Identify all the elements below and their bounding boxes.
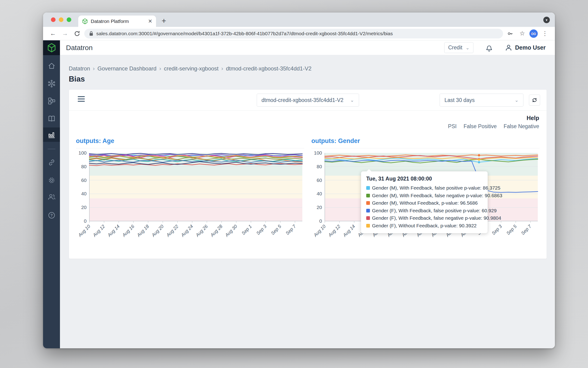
svg-text:Sep 5: Sep 5 — [270, 224, 282, 236]
forward-icon[interactable]: → — [60, 29, 70, 38]
help-link-false-positive[interactable]: False Positive — [464, 123, 497, 129]
model-network-icon — [48, 80, 56, 88]
main-content: Datatron › Governance Dashboard › credit… — [60, 55, 555, 348]
refresh-icon — [531, 97, 538, 103]
help-block: Help PSI False Positive False Negative — [69, 110, 547, 129]
sidebar-item-settings[interactable] — [43, 173, 60, 187]
workspace-select-value: Credit — [448, 45, 462, 51]
tooltip-rows: Gender (M), With Feedback, false positiv… — [366, 184, 483, 230]
profile-avatar[interactable] — [529, 29, 538, 38]
sidebar-item-home[interactable] — [43, 59, 60, 73]
bookmark-star-icon[interactable]: ☆ — [518, 29, 527, 38]
model-select[interactable]: dtmod-credit-xgboost-35fc4dd1-V2 ⌄ — [257, 94, 359, 107]
url-bar[interactable]: sales.datatron.com:30001/#/governance/mo… — [84, 29, 503, 38]
app-logo[interactable] — [43, 40, 60, 55]
new-tab-button[interactable]: + — [162, 17, 166, 25]
svg-text:?: ? — [51, 213, 53, 217]
sidebar-item-integrations[interactable] — [43, 155, 60, 170]
svg-text:Aug 28: Aug 28 — [209, 224, 223, 238]
breadcrumb: Datatron › Governance Dashboard › credit… — [69, 65, 555, 72]
tooltip-row: Gender (F), With Feedback, false negativ… — [366, 214, 483, 222]
sidebar-item-help[interactable]: ? — [43, 208, 60, 222]
link-icon — [48, 159, 55, 166]
gender-chart-panel: outputs: Gender 020406080100Aug 10Aug 12… — [311, 138, 540, 243]
svg-text:Aug 14: Aug 14 — [106, 224, 121, 238]
zoom-window-button[interactable] — [67, 17, 71, 22]
charts-row: outputs: Age 020406080100Aug 10Aug 12Aug… — [69, 138, 547, 243]
refresh-button[interactable] — [529, 94, 540, 106]
gender-chart-title[interactable]: outputs: Gender — [311, 138, 540, 148]
close-window-button[interactable] — [51, 17, 56, 22]
svg-text:Aug 12: Aug 12 — [92, 224, 106, 238]
help-link-psi[interactable]: PSI — [448, 123, 456, 129]
svg-text:40: 40 — [81, 191, 87, 196]
reload-icon[interactable] — [72, 29, 82, 38]
tooltip-row: Gender (M), Without Feedback, p-value: 9… — [366, 199, 483, 207]
chevron-down-icon: ⌄ — [350, 99, 354, 101]
svg-text:80: 80 — [81, 164, 87, 169]
url-text: sales.datatron.com:30001/#/governance/mo… — [96, 31, 393, 36]
tooltip-row: Gender (F), Without Feedback, p-value: 9… — [366, 222, 483, 230]
user-name: Demo User — [515, 44, 546, 51]
svg-text:Aug 10: Aug 10 — [77, 224, 91, 238]
user-menu[interactable]: Demo User — [505, 44, 546, 51]
sidebar-item-deployments[interactable] — [43, 94, 60, 108]
svg-text:Sep 7: Sep 7 — [285, 224, 297, 236]
chevron-down-icon: ⌄ — [465, 46, 469, 49]
date-range-select[interactable]: Last 30 days ⌄ — [440, 94, 523, 107]
svg-text:Aug 16: Aug 16 — [121, 224, 135, 238]
sidebar-item-models[interactable] — [43, 76, 60, 91]
svg-text:0: 0 — [319, 218, 322, 224]
breadcrumb-separator: › — [159, 65, 161, 72]
breadcrumb-separator: › — [221, 65, 223, 72]
help-title: Help — [69, 115, 539, 121]
svg-text:20: 20 — [81, 205, 87, 210]
metrics-chart-icon — [48, 131, 56, 138]
svg-text:Aug 30: Aug 30 — [224, 224, 238, 238]
svg-text:Aug 26: Aug 26 — [194, 224, 209, 238]
svg-text:80: 80 — [317, 164, 322, 169]
breadcrumb-item[interactable]: Governance Dashboard — [97, 65, 157, 72]
sidebar-item-users[interactable] — [43, 190, 60, 204]
minimize-window-button[interactable] — [59, 17, 63, 22]
svg-text:Aug 12: Aug 12 — [327, 224, 341, 238]
browser-menu-icon[interactable]: ⋮ — [540, 30, 550, 37]
settings-gear-icon — [48, 176, 56, 184]
tooltip-row: Gender (M), With Feedback, false positiv… — [366, 184, 483, 192]
menu-hamburger-icon[interactable] — [78, 96, 85, 102]
browser-tab[interactable]: Datatron Platform ✕ — [78, 16, 156, 27]
breadcrumb-item[interactable]: credit-serving-xgboost — [164, 65, 219, 72]
svg-text:Aug 14: Aug 14 — [342, 224, 356, 238]
breadcrumb-item[interactable]: Datatron — [69, 65, 90, 72]
sidebar-divider — [48, 149, 55, 149]
date-range-value: Last 30 days — [445, 97, 474, 103]
sidebar-item-catalog[interactable] — [43, 111, 60, 126]
tab-search-icon[interactable]: ▾ — [543, 17, 550, 23]
notifications-bell-icon[interactable] — [485, 44, 493, 52]
favicon-cube-icon — [82, 18, 88, 24]
window-controls — [51, 17, 71, 22]
svg-text:Sep 5: Sep 5 — [505, 224, 518, 236]
help-link-false-negative[interactable]: False Negative — [504, 123, 539, 129]
tab-title: Datatron Platform — [91, 18, 145, 24]
catalog-book-icon — [48, 115, 56, 122]
tab-close-icon[interactable]: ✕ — [148, 18, 152, 24]
svg-text:20: 20 — [317, 205, 322, 210]
svg-text:Sep 7: Sep 7 — [520, 224, 532, 236]
age-chart[interactable]: 020406080100Aug 10Aug 12Aug 14Aug 16Aug … — [76, 150, 304, 243]
workspace-select[interactable]: Credit ⌄ — [444, 42, 474, 53]
key-icon[interactable] — [505, 29, 515, 38]
breadcrumb-item[interactable]: dtmod-credit-xgboost-35fc4dd1-V2 — [226, 65, 312, 72]
help-icon: ? — [48, 212, 55, 219]
browser-window: Datatron Platform ✕ + ▾ ← → sales.datatr… — [43, 12, 555, 348]
chart-tooltip: Tue, 31 Aug 2021 08:00:00 Gender (M), Wi… — [361, 171, 488, 233]
deployment-blocks-icon — [48, 97, 56, 105]
datatron-cube-icon — [47, 43, 56, 53]
tooltip-title: Tue, 31 Aug 2021 08:00:00 — [366, 176, 483, 182]
age-chart-title[interactable]: outputs: Age — [76, 138, 304, 148]
svg-text:Aug 10: Aug 10 — [313, 224, 327, 238]
svg-text:60: 60 — [317, 177, 322, 183]
back-icon[interactable]: ← — [48, 29, 58, 38]
svg-text:Sep 1: Sep 1 — [241, 224, 253, 236]
sidebar-item-metrics[interactable] — [43, 128, 60, 142]
